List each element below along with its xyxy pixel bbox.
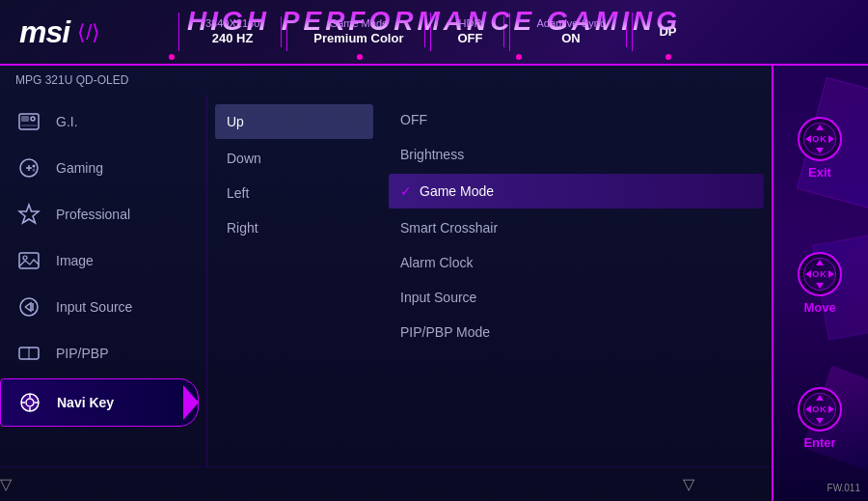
professional-icon [15, 201, 42, 228]
sidebar-item-professional[interactable]: Professional [0, 191, 206, 237]
exit-button[interactable]: OK Exit [798, 117, 842, 180]
bottom-arrow-right[interactable]: ▽ [683, 475, 694, 493]
sidebar-label-image: Image [56, 253, 94, 268]
dropdown-label-pip: PIP/PBP Mode [400, 324, 490, 340]
sidebar-label-gi: G.I. [56, 114, 78, 129]
exit-btn-arrows [800, 119, 840, 159]
menu-item-up[interactable]: Up [215, 104, 373, 139]
msi-dragon-icon: ⟨/⟩ [77, 19, 100, 44]
svg-point-8 [33, 169, 36, 172]
move-arrow-left-icon [801, 270, 811, 278]
monitor-label: MPG 321U QD-OLED [0, 66, 772, 95]
move-arrow-bottom-icon [816, 283, 824, 292]
firmware-label: FW.011 [827, 483, 860, 493]
dropdown-item-alarm[interactable]: Alarm Clock [381, 245, 772, 280]
sidebar-label-pip-pbp: PIP/PBP [56, 346, 108, 361]
enter-arrow-top-icon [816, 391, 824, 401]
exit-label: Exit [808, 165, 831, 180]
header-dot-1 [169, 54, 175, 60]
svg-point-11 [23, 256, 27, 260]
dropdown-item-input[interactable]: Input Source [381, 280, 772, 315]
exit-arrow-bottom-icon [816, 148, 824, 157]
dropdown-label-alarm: Alarm Clock [400, 255, 473, 270]
top-banner: HIGH PERFORMANCE GAMING msi ⟨/⟩ 3840X216… [0, 0, 868, 66]
exit-arrow-left-icon [801, 135, 811, 143]
dropdown-label-off: OFF [400, 112, 427, 127]
header-dot-3 [516, 54, 522, 60]
sidebar-item-input-source[interactable]: Input Source [0, 284, 206, 330]
sidebar-item-navi-key[interactable]: Navi Key [0, 378, 199, 427]
move-arrow-top-icon [816, 256, 824, 265]
content-area: G.I. Gaming [0, 95, 772, 466]
sidebar-item-gaming[interactable]: Gaming [0, 145, 206, 191]
exit-arrow-right-icon [828, 135, 838, 143]
middle-column: Up Down Left Right [207, 95, 381, 466]
msi-logo: msi ⟨/⟩ [19, 14, 100, 50]
svg-rect-1 [21, 116, 29, 122]
dropdown-item-crosshair[interactable]: Smart Crosshair [381, 210, 772, 245]
gaming-icon [15, 154, 42, 181]
dropdown-item-gamemode[interactable]: ✓ Game Mode [389, 174, 764, 209]
dropdown-item-brightness[interactable]: Brightness [381, 137, 772, 172]
menu-item-left[interactable]: Left [207, 176, 381, 210]
dropdown-item-off[interactable]: OFF [381, 102, 772, 137]
gi-icon [15, 108, 42, 135]
dropdown-item-pip[interactable]: PIP/PBP Mode [381, 315, 772, 349]
dropdown-label-brightness: Brightness [400, 147, 464, 162]
exit-btn-circle[interactable]: OK [798, 117, 842, 161]
enter-button[interactable]: OK Enter [798, 387, 842, 450]
header-dot-2 [357, 54, 363, 60]
dropdown-label-crosshair: Smart Crosshair [400, 220, 498, 236]
move-btn-arrows [800, 254, 840, 294]
sidebar-label-navi-key: Navi Key [57, 395, 114, 410]
input-source-icon [15, 293, 42, 320]
check-icon: ✓ [400, 183, 412, 199]
enter-arrow-right-icon [828, 405, 838, 413]
enter-label: Enter [803, 435, 835, 450]
sidebar-item-image[interactable]: Image [0, 237, 206, 284]
sidebar-label-gaming: Gaming [56, 160, 103, 176]
move-btn-circle[interactable]: OK [798, 252, 842, 296]
dropdown-label-input: Input Source [400, 290, 476, 305]
banner-title: HIGH PERFORMANCE GAMING [0, 0, 868, 37]
sidebar-label-input-source: Input Source [56, 299, 132, 315]
menu-item-down[interactable]: Down [207, 141, 381, 176]
exit-arrow-top-icon [816, 121, 824, 130]
move-button[interactable]: OK Move [798, 252, 842, 315]
enter-btn-arrows [800, 389, 840, 430]
pip-pbp-icon [15, 340, 42, 367]
enter-arrow-bottom-icon [816, 418, 824, 428]
enter-btn-circle[interactable]: OK [798, 387, 842, 431]
bottom-arrow-left[interactable]: ▽ [0, 475, 12, 493]
control-panel: OK Exit OK Move [772, 66, 868, 501]
enter-arrow-left-icon [801, 405, 811, 413]
right-column: OFF Brightness ✓ Game Mode Smart Crossha… [381, 95, 772, 466]
msi-text: msi [19, 14, 69, 50]
menu-item-right[interactable]: Right [207, 210, 381, 245]
sidebar-item-gi[interactable]: G.I. [0, 98, 206, 145]
svg-marker-9 [19, 205, 39, 223]
header-dot-4 [665, 54, 671, 60]
dropdown-label-gamemode: Game Mode [420, 183, 494, 199]
svg-point-7 [33, 165, 36, 168]
bottom-arrows: ▽ ▽ [0, 466, 772, 501]
move-label: Move [803, 300, 835, 315]
sidebar-label-professional: Professional [56, 207, 130, 222]
image-icon [15, 247, 42, 274]
svg-point-12 [20, 298, 38, 316]
svg-point-2 [31, 117, 35, 121]
main-content: MPG 321U QD-OLED G.I. [0, 66, 772, 501]
svg-rect-10 [19, 253, 39, 268]
move-arrow-right-icon [828, 270, 838, 278]
sidebar-item-pip-pbp[interactable]: PIP/PBP [0, 330, 206, 376]
navi-key-icon [16, 389, 43, 416]
sidebar: G.I. Gaming [0, 95, 207, 466]
